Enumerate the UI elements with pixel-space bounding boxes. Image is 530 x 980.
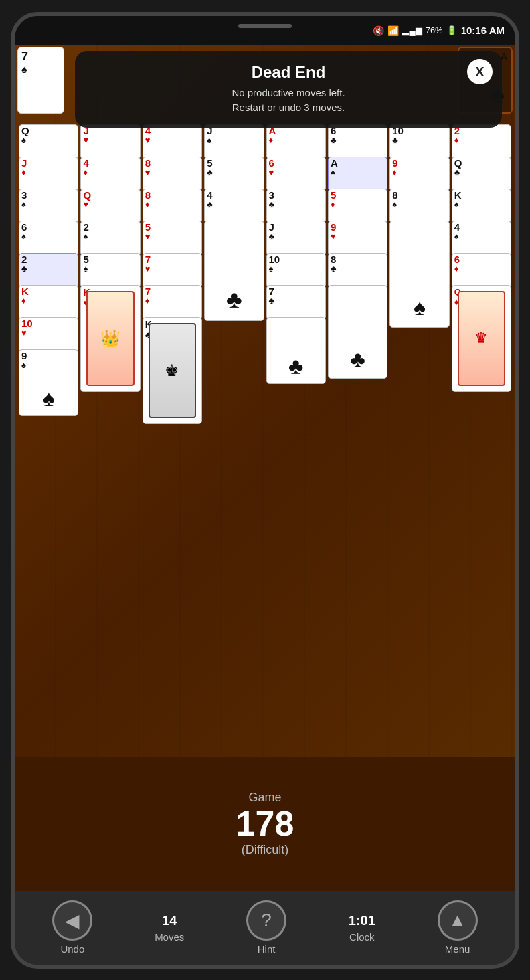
top-left-rank: 7 bbox=[21, 50, 60, 64]
menu-circle[interactable]: ▲ bbox=[438, 900, 478, 941]
hint-circle[interactable]: ? bbox=[246, 900, 286, 941]
undo-circle[interactable]: ◀ bbox=[52, 900, 92, 941]
game-number: 178 bbox=[236, 805, 294, 843]
card-3-spades[interactable]: 3 ♠ bbox=[19, 189, 78, 223]
card-a-spades[interactable]: A ♠ bbox=[328, 157, 387, 191]
card-10-spades[interactable]: 10 ♠ bbox=[266, 253, 326, 288]
card-7-diamonds[interactable]: 7 ♦ bbox=[143, 285, 202, 320]
card-8-clubs[interactable]: 8 ♣ bbox=[328, 253, 387, 288]
game-info-panel: Game 178 (Difficult) bbox=[15, 757, 515, 891]
column-1: Q ♠ J ♦ 3 ♠ 6 ♠ bbox=[19, 124, 78, 759]
top-left-suit: ♠ bbox=[21, 64, 60, 76]
card-k-hearts[interactable]: K♥ 👑 bbox=[80, 285, 140, 392]
phone-frame: 🔇 📶 ▂▄▆ 76% 🔋 10:16 AM Dead End No produ… bbox=[11, 12, 519, 969]
wifi-icon: 📶 bbox=[387, 25, 399, 36]
column-6: 6 ♣ A ♠ 5 ♦ 9 ♥ bbox=[328, 124, 387, 759]
card-6-hearts[interactable]: 6 ♥ bbox=[266, 157, 326, 191]
card-q-hearts[interactable]: Q ♥ bbox=[80, 189, 140, 223]
card-10-hearts[interactable]: 10 ♥ bbox=[19, 317, 78, 352]
hint-label: Hint bbox=[258, 943, 276, 955]
card-8-clubs-b[interactable]: ♣ bbox=[328, 285, 387, 379]
card-3-clubs[interactable]: 3 ♣ bbox=[266, 189, 326, 223]
moves-display: 14 Moves bbox=[155, 913, 184, 943]
game-area: Dead End No productive moves left. Resta… bbox=[15, 45, 515, 891]
card-5-spades[interactable]: 5 ♠ bbox=[80, 253, 140, 288]
card-8-diamonds[interactable]: 8 ♦ bbox=[143, 189, 202, 223]
close-button[interactable]: X bbox=[467, 59, 493, 84]
toolbar: ◀ Undo 14 Moves ? Hint 1:01 Clock ▲ Menu bbox=[15, 891, 515, 965]
column-4: J ♠ 5 ♣ 4 ♣ ♣ bbox=[204, 124, 264, 759]
card-6-spades[interactable]: 6 ♠ bbox=[19, 221, 78, 256]
card-2-spades[interactable]: 2 ♠ bbox=[80, 221, 140, 256]
card-clubs-face[interactable]: ♣ bbox=[204, 221, 264, 321]
moves-count: 14 bbox=[162, 913, 177, 928]
card-5-diamonds[interactable]: 5 ♦ bbox=[328, 189, 387, 223]
game-label: Game bbox=[248, 791, 281, 805]
status-time: 10:16 AM bbox=[461, 25, 505, 36]
hint-button[interactable]: ? Hint bbox=[246, 900, 286, 955]
card-10-clubs[interactable]: 10 ♣ bbox=[389, 124, 449, 159]
card-9-hearts[interactable]: 9 ♥ bbox=[328, 221, 387, 256]
menu-button[interactable]: ▲ Menu bbox=[438, 900, 478, 955]
speaker-grill bbox=[238, 24, 292, 28]
card-j-hearts[interactable]: J ♥ bbox=[80, 124, 140, 159]
card-a-diamonds[interactable]: A ♦ bbox=[266, 124, 326, 159]
card-2-clubs[interactable]: 2 ♣ bbox=[19, 253, 78, 288]
column-2: J ♥ 4 ♦ Q ♥ 2 ♠ bbox=[80, 124, 140, 759]
mute-icon: 🔇 bbox=[373, 25, 384, 36]
dialog-title: Dead End bbox=[252, 63, 326, 82]
status-bar: 🔇 📶 ▂▄▆ 76% 🔋 10:16 AM bbox=[15, 16, 515, 45]
dead-end-dialog: Dead End No productive moves left. Resta… bbox=[75, 51, 502, 128]
card-k-clubs[interactable]: K♣ ♚ bbox=[143, 317, 202, 424]
close-icon: X bbox=[475, 65, 484, 78]
battery-icon: 🔋 bbox=[446, 25, 457, 35]
game-difficulty: (Difficult) bbox=[242, 843, 289, 857]
clock-value: 1:01 bbox=[349, 913, 375, 928]
card-q-diamonds[interactable]: Q♦ ♛ bbox=[452, 285, 511, 392]
card-4-spades[interactable]: 4 ♠ bbox=[452, 221, 511, 256]
card-k-spades[interactable]: K ♠ bbox=[452, 189, 511, 223]
card-8-hearts[interactable]: 8 ♥ bbox=[143, 157, 202, 191]
card-q-clubs[interactable]: Q ♣ bbox=[452, 157, 511, 191]
undo-label: Undo bbox=[60, 943, 84, 955]
card-6-clubs[interactable]: 6 ♣ bbox=[328, 124, 387, 159]
moves-label: Moves bbox=[155, 931, 184, 943]
card-k-diamonds[interactable]: K ♦ bbox=[19, 285, 78, 320]
column-7: 10 ♣ 9 ♦ 8 ♠ ♠ bbox=[389, 124, 449, 759]
undo-icon: ◀ bbox=[65, 910, 80, 932]
card-9-spades[interactable]: 9 ♠ ♠ bbox=[19, 349, 78, 416]
signal-icon: ▂▄▆ bbox=[402, 25, 422, 35]
column-5: A ♦ 6 ♥ 3 ♣ J ♣ bbox=[266, 124, 326, 759]
card-8-spades[interactable]: 8 ♠ bbox=[389, 189, 449, 223]
card-spades-face[interactable]: ♠ bbox=[389, 221, 449, 328]
card-5-hearts[interactable]: 5 ♥ bbox=[143, 221, 202, 256]
menu-label: Menu bbox=[445, 943, 470, 955]
card-q-spades[interactable]: Q ♠ bbox=[19, 124, 78, 159]
column-3: 4 ♥ 8 ♥ 8 ♦ 5 ♥ bbox=[143, 124, 202, 759]
status-icons: 🔇 📶 ▂▄▆ 76% 🔋 bbox=[373, 25, 456, 36]
clock-label: Clock bbox=[349, 931, 375, 943]
card-5-clubs[interactable]: 5 ♣ bbox=[204, 157, 264, 191]
card-4-hearts[interactable]: 4 ♥ bbox=[143, 124, 202, 159]
card-4-clubs[interactable]: 4 ♣ bbox=[204, 189, 264, 223]
column-8: 2 ♦ Q ♣ K ♠ 4 ♠ bbox=[452, 124, 511, 759]
hint-icon: ? bbox=[261, 910, 272, 931]
battery-level: 76% bbox=[426, 25, 443, 35]
card-4-diamonds[interactable]: 4 ♦ bbox=[80, 157, 140, 191]
spade-big-icon: ♠ bbox=[43, 385, 55, 411]
menu-icon: ▲ bbox=[448, 910, 467, 931]
card-j-clubs[interactable]: J ♣ bbox=[266, 221, 326, 256]
tableau-area: Q ♠ J ♦ 3 ♠ 6 ♠ bbox=[19, 124, 511, 759]
card-7-hearts[interactable]: 7 ♥ bbox=[143, 253, 202, 288]
card-7-clubs-a[interactable]: 7 ♣ bbox=[266, 285, 326, 320]
card-j-spades[interactable]: J ♠ bbox=[204, 124, 264, 159]
dialog-message: No productive moves left. Restart or und… bbox=[232, 86, 345, 116]
card-9-diamonds[interactable]: 9 ♦ bbox=[389, 157, 449, 191]
undo-button[interactable]: ◀ Undo bbox=[52, 900, 92, 955]
card-6-diamonds[interactable]: 6 ♦ bbox=[452, 253, 511, 288]
card-7-clubs-b[interactable]: ♣ bbox=[266, 317, 326, 384]
clock-display: 1:01 Clock bbox=[349, 913, 375, 943]
card-2-diamonds[interactable]: 2 ♦ bbox=[452, 124, 511, 159]
card-j-diamonds[interactable]: J ♦ bbox=[19, 157, 78, 191]
top-left-card: 7 ♠ bbox=[17, 47, 64, 114]
